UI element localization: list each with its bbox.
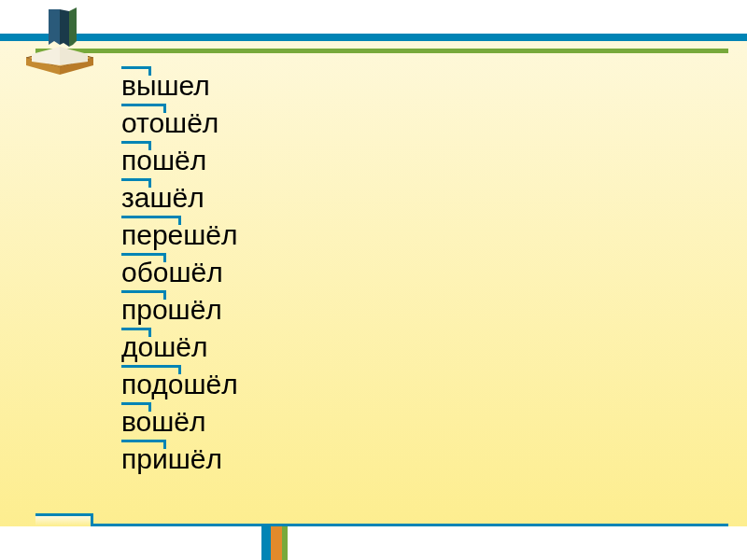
- books-icon: [22, 7, 101, 80]
- svg-marker-6: [60, 9, 69, 47]
- word-list: вышелотошёлпошёлзашёлперешёлобошёлпрошёл…: [121, 67, 238, 478]
- word-item: дошёл: [121, 329, 238, 366]
- prefix-bracket-icon: [121, 216, 181, 225]
- word-item: перешёл: [121, 217, 238, 254]
- prefix-bracket-icon: [121, 402, 151, 412]
- word-item: обошёл: [121, 254, 238, 291]
- word-item: подошёл: [121, 366, 238, 403]
- bottom-white-bar: [0, 526, 747, 560]
- top-green-line: [35, 49, 728, 53]
- word-item: вышел: [121, 67, 238, 105]
- word-item: пришёл: [121, 441, 238, 478]
- prefix-bracket-icon: [121, 365, 181, 374]
- prefix-bracket-icon: [121, 440, 166, 449]
- prefix-bracket-icon: [121, 328, 151, 337]
- bottom-accent-stripes: [261, 526, 288, 560]
- top-white-bar: [0, 0, 747, 34]
- svg-marker-7: [69, 7, 77, 47]
- prefix-bracket-icon: [121, 253, 166, 262]
- svg-marker-5: [49, 9, 60, 45]
- word-item: вошёл: [121, 403, 238, 441]
- prefix-bracket-icon: [121, 66, 151, 76]
- prefix-bracket-icon: [121, 104, 166, 113]
- top-blue-bar: [0, 34, 747, 41]
- word-item: пошёл: [121, 142, 238, 179]
- word-item: отошёл: [121, 105, 238, 142]
- word-item: прошёл: [121, 291, 238, 329]
- prefix-bracket-icon: [121, 178, 151, 188]
- prefix-bracket-icon: [121, 290, 166, 300]
- bottom-left-notch: [35, 513, 93, 526]
- prefix-bracket-icon: [121, 141, 151, 150]
- word-item: зашёл: [121, 179, 238, 217]
